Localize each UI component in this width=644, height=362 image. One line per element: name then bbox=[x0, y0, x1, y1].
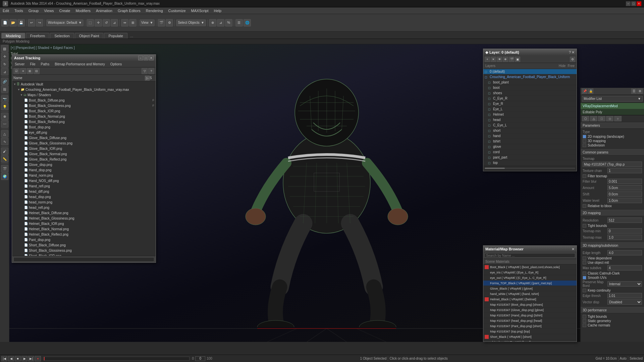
menu-modifiers[interactable]: Modifiers bbox=[73, 7, 93, 14]
layer-row-8[interactable]: ◻ Helmet bbox=[483, 112, 577, 117]
at-file-17[interactable]: 📄 head_diff.png bbox=[12, 189, 156, 194]
mod-btn-2[interactable]: △ bbox=[590, 116, 597, 121]
layer-row-9[interactable]: ◻ head bbox=[483, 117, 577, 123]
mb-mat-12[interactable]: Map #1018347 (top.png) [top] bbox=[483, 329, 577, 334]
layer-row-14[interactable]: ◻ glove bbox=[483, 144, 577, 149]
at-minimize[interactable]: − bbox=[138, 56, 143, 60]
at-content[interactable]: ▼ 🗄 Autodesk Vault ▼ 📁 Crouching_America… bbox=[12, 81, 156, 256]
redo-btn[interactable]: ↪ bbox=[36, 19, 43, 26]
view-dep-check[interactable] bbox=[583, 256, 586, 260]
layer-row-10[interactable]: ◻ C_Eye_L bbox=[483, 123, 577, 128]
at-menu-paths[interactable]: Paths bbox=[38, 61, 52, 67]
layer-row-13[interactable]: ◻ tshirt bbox=[483, 139, 577, 144]
at-file-13[interactable]: 📄 Hand_disp.png bbox=[12, 167, 156, 173]
menu-customize[interactable]: Customize bbox=[166, 7, 189, 14]
modifier-lock-btn[interactable]: 🔒 bbox=[588, 88, 593, 94]
move-btn[interactable]: ✛ bbox=[95, 19, 102, 26]
pb-prev[interactable]: ◀ bbox=[8, 356, 14, 361]
3d-performance-section[interactable]: 3D performance bbox=[581, 307, 644, 313]
mb-mat-5[interactable]: hand_white ( VRayMtl ) [hand, tshirt] bbox=[483, 291, 577, 297]
filter-texmap-check[interactable] bbox=[583, 174, 586, 178]
modifier-vray-displacement[interactable]: VRayDisplacementMod bbox=[581, 103, 644, 109]
lp-close-btn[interactable]: ✕ bbox=[572, 50, 575, 55]
at-close[interactable]: ✕ bbox=[149, 56, 154, 60]
filter-blur-input[interactable] bbox=[607, 179, 642, 184]
type-2d-checkbox[interactable] bbox=[583, 135, 586, 138]
at-file-19[interactable]: 📄 head_norm.png bbox=[12, 199, 156, 205]
snap-btn[interactable]: ⊕ bbox=[209, 19, 216, 26]
layer-row-16[interactable]: ◻ pant_part bbox=[483, 155, 577, 160]
undo-btn[interactable]: ↩ bbox=[28, 19, 35, 26]
at-file-24[interactable]: 📄 Helmet_Black_Normal.png bbox=[12, 226, 156, 232]
common-params-section[interactable]: Common params bbox=[581, 149, 644, 156]
lp-render-btn[interactable]: 🎬 bbox=[509, 57, 514, 62]
at-file-12[interactable]: 📄 Glove_disp.png bbox=[12, 162, 156, 167]
mb-close-btn[interactable]: ✕ bbox=[572, 247, 575, 251]
at-file-16[interactable]: 📄 Hand_refl.png bbox=[12, 183, 156, 189]
menu-help[interactable]: Help bbox=[211, 7, 224, 14]
tool-nurbs[interactable]: ∿ bbox=[1, 138, 8, 145]
at-file-18[interactable]: 📄 head_disp.png bbox=[12, 194, 156, 199]
max-subdiv-input[interactable] bbox=[607, 265, 642, 270]
mb-mat-3[interactable]: Forma_TOP_Black ( VRayMtl ) [pant_met,to… bbox=[483, 281, 577, 286]
mb-titlebar[interactable]: Material/Map Browser ✕ bbox=[483, 246, 577, 252]
lp-add-btn[interactable]: + bbox=[485, 57, 490, 62]
amount-input[interactable] bbox=[607, 185, 642, 190]
mb-mat-2[interactable]: eye_out ( VRayMtl ) [C_Eye_L, C_Eye_R] bbox=[483, 275, 577, 281]
ref-coord-dropdown[interactable]: View ▼ bbox=[140, 19, 155, 26]
parameters-section[interactable]: Parameters bbox=[581, 122, 644, 129]
menu-views[interactable]: Views bbox=[41, 7, 56, 14]
at-file-10[interactable]: 📄 Glove_Black_Normal.png bbox=[12, 151, 156, 157]
layer-row-17[interactable]: ◻ top bbox=[483, 160, 577, 166]
at-btn-2[interactable]: ≡ bbox=[20, 68, 26, 74]
workspace-dropdown[interactable]: Workspace: Default ▼ bbox=[46, 19, 84, 26]
menu-group[interactable]: Group bbox=[26, 7, 42, 14]
at-file-3[interactable]: 📄 Boot_Black_Normal.png bbox=[12, 114, 156, 119]
at-file-23[interactable]: 📄 Helmet_Black_IOR.png bbox=[12, 221, 156, 226]
menu-edit[interactable]: Edit bbox=[0, 7, 12, 14]
mb-mat-7[interactable]: Map #1018347 (Boot_disp.png) [shoes] bbox=[483, 302, 577, 307]
tool-render[interactable]: 🎬 bbox=[1, 165, 8, 172]
texture-chan-input[interactable] bbox=[607, 168, 642, 173]
lp-settings-btn[interactable]: ⚙ bbox=[570, 57, 575, 62]
open-btn[interactable]: 📂 bbox=[9, 19, 17, 26]
at-file-1[interactable]: 📄 Boot_Black_Glossiness.png F bbox=[12, 103, 156, 108]
mirror-btn[interactable]: ⇔ bbox=[121, 19, 128, 26]
at-file-29[interactable]: 📄 Short_Black_IOR.png bbox=[12, 253, 156, 256]
at-btn-1[interactable]: ☑ bbox=[13, 68, 19, 74]
tool-polygon[interactable]: △ bbox=[1, 130, 8, 137]
type-3d-checkbox[interactable] bbox=[583, 139, 586, 143]
2d-mapping-section[interactable]: 2D mapping bbox=[581, 210, 644, 216]
pb-play[interactable]: ▶ bbox=[21, 356, 28, 361]
tool-measure[interactable]: 📏 bbox=[1, 155, 8, 163]
tab-populate[interactable]: Populate bbox=[104, 33, 127, 39]
modifier-list-dropdown[interactable]: Modifier List ▼ bbox=[582, 96, 643, 102]
new-btn[interactable]: 📄 bbox=[1, 19, 9, 26]
classic-cc-check[interactable] bbox=[583, 272, 586, 275]
modifier-settings-btn[interactable]: ⚙ bbox=[637, 88, 643, 94]
cache-normals-check[interactable] bbox=[583, 323, 586, 327]
tab-modeling[interactable]: Modeling bbox=[1, 33, 25, 39]
tight-bounds-check[interactable] bbox=[583, 224, 586, 228]
tool-rotate[interactable]: ↻ bbox=[1, 60, 8, 68]
resolution-input[interactable] bbox=[607, 218, 642, 223]
static-geom-check[interactable] bbox=[583, 319, 586, 323]
close-button[interactable]: ✕ bbox=[637, 1, 641, 6]
layer-row-4[interactable]: ◻ shoes bbox=[483, 90, 577, 96]
mod-btn-1[interactable]: ⬡ bbox=[582, 116, 589, 121]
tool-unlink[interactable]: ⛓ bbox=[1, 85, 8, 93]
modifier-pin-btn[interactable]: 📌 bbox=[582, 88, 587, 94]
at-file-21[interactable]: 📄 Helmet_Black_Diffuse.png bbox=[12, 210, 156, 216]
at-root-item[interactable]: ▼ 🗄 Autodesk Vault bbox=[12, 81, 156, 87]
at-menu-bitmap[interactable]: Bitmap Performance and Memory bbox=[52, 61, 108, 67]
mod-btn-3[interactable]: □ bbox=[598, 116, 605, 121]
layer-row-6[interactable]: ◻ Eye_R bbox=[483, 101, 577, 107]
at-btn-help[interactable]: ? bbox=[148, 68, 154, 74]
layer-row-3[interactable]: ◻ boot bbox=[483, 85, 577, 90]
mb-mat-4[interactable]: Glove_Black ( VRayMtl ) [glove] bbox=[483, 286, 577, 291]
modifier-editable-poly[interactable]: Editable Poly bbox=[581, 109, 644, 115]
mb-mat-14[interactable]: white_head ( VRayMtl ) [head] bbox=[483, 340, 577, 342]
mod-btn-4[interactable]: ◇ bbox=[606, 116, 613, 121]
at-btn-3[interactable]: ⊞ bbox=[27, 68, 33, 74]
layer-row-7[interactable]: ◻ Eye_L bbox=[483, 107, 577, 112]
